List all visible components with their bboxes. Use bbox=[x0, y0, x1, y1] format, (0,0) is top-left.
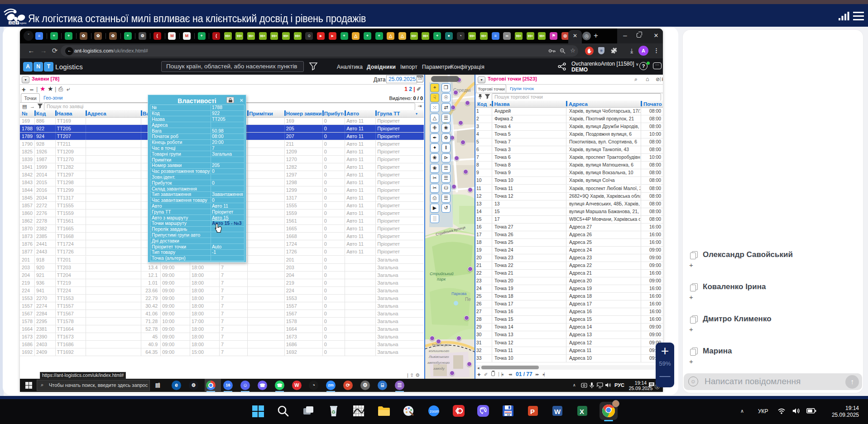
svg-text:A: A bbox=[10, 22, 12, 24]
svg-text:Паркова: Паркова bbox=[451, 291, 467, 296]
svg-text:колишнього: колишнього bbox=[429, 349, 450, 353]
svg-text:парк: парк bbox=[437, 277, 446, 281]
svg-text:64: 64 bbox=[507, 414, 510, 416]
svg-text:заводу: заводу bbox=[433, 367, 445, 371]
svg-text:T: T bbox=[17, 22, 19, 24]
svg-text:W: W bbox=[554, 408, 561, 415]
svg-text:P: P bbox=[530, 408, 535, 415]
svg-text:♻: ♻ bbox=[331, 410, 336, 414]
svg-text:автобусного: автобусного bbox=[427, 361, 450, 365]
svg-text:Територія: Територія bbox=[432, 343, 450, 347]
svg-text:Пе: Пе bbox=[465, 297, 471, 302]
svg-text:logistics: logistics bbox=[19, 22, 27, 24]
svg-text:N: N bbox=[13, 22, 15, 24]
svg-text:Стрийський: Стрийський bbox=[430, 272, 453, 276]
svg-text:X: X bbox=[580, 408, 584, 415]
svg-text:Львівського: Львівського bbox=[428, 355, 449, 359]
svg-text:zoom: zoom bbox=[430, 409, 439, 414]
